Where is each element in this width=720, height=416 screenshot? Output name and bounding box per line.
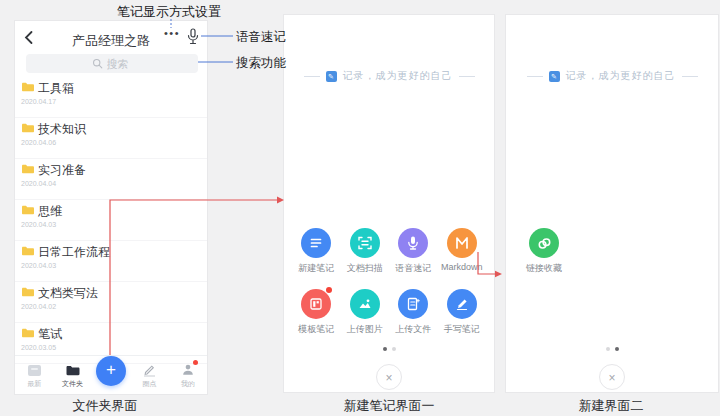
action-markdown[interactable]: Markdown	[439, 228, 485, 275]
folder-date: 2020.04.17	[21, 98, 56, 105]
tagline-text: 记录，成为更好的自己	[343, 69, 453, 83]
folder-name: 工具箱	[38, 80, 74, 97]
folder-list-item[interactable]: 文档类写法 2020.04.02	[15, 282, 207, 323]
page-dot	[392, 347, 396, 351]
action-upload-image[interactable]: 上传图片	[342, 289, 388, 336]
tagline-dash	[459, 76, 475, 77]
folder-date: 2020.04.03	[21, 221, 56, 228]
tab-folders[interactable]: 文件夹	[53, 362, 91, 389]
action-grid-row-1: 新建笔记 文档扫描 语音速记 Markdown	[292, 228, 486, 275]
folder-list-item[interactable]: 思维 2020.04.03	[15, 200, 207, 241]
close-button[interactable]: ×	[599, 364, 625, 390]
folder-name: 技术知识	[38, 121, 86, 138]
new-badge-dot	[326, 287, 332, 293]
tab-annotate-label: 圈点	[142, 379, 156, 389]
folder-name: 实习准备	[38, 162, 86, 179]
scan-icon[interactable]	[350, 228, 380, 258]
annotation-note-display-settings: 笔记显示方式设置	[117, 3, 221, 21]
action-new-note[interactable]: 新建笔记	[293, 228, 339, 275]
action-doc-scan[interactable]: 文档扫描	[342, 228, 388, 275]
new-note-screen-2-panel: ✎ 记录，成为更好的自己 链接收藏 ×	[505, 14, 719, 393]
microphone-icon[interactable]	[398, 228, 428, 258]
action-link-collect[interactable]: 链接收藏	[521, 228, 567, 275]
new-note-screen-1-panel: ✎ 记录，成为更好的自己 新建笔记 文档扫描 语音速记	[283, 14, 495, 393]
folder-list: 工具箱 2020.04.17 技术知识 2020.04.06 实习准备 2020…	[15, 77, 207, 364]
tab-latest-label: 最新	[27, 379, 41, 389]
plus-button[interactable]: +	[96, 356, 126, 386]
file-icon[interactable]	[398, 289, 428, 319]
action-voice-note[interactable]: 语音速记	[390, 228, 436, 275]
red-arrowhead-2	[495, 271, 502, 277]
folder-icon	[21, 245, 35, 257]
folder-list-item[interactable]: 技术知识 2020.04.06	[15, 118, 207, 159]
folder-date: 2020.03.05	[21, 344, 56, 351]
folder-icon	[21, 286, 35, 298]
folder-screen-panel: 产品经理之路 ••• 工具箱 2020.04.17 技术知识	[14, 20, 208, 395]
action-label: 语音速记	[395, 262, 431, 275]
action-label: 模板笔记	[298, 323, 334, 336]
page-dot-active	[615, 347, 619, 351]
note-lines-icon[interactable]	[301, 228, 331, 258]
tab-mine[interactable]: 我的	[169, 362, 207, 389]
template-icon[interactable]	[301, 289, 331, 319]
folder-list-item[interactable]: 日常工作流程 2020.04.03	[15, 241, 207, 282]
folder-name: 文档类写法	[38, 285, 98, 302]
page-dot	[606, 347, 610, 351]
folder-name: 思维	[38, 203, 62, 220]
pen-icon	[142, 362, 157, 377]
note-logo-icon: ✎	[549, 71, 560, 82]
action-label: Markdown	[441, 262, 483, 272]
annotation-search-function: 搜索功能	[236, 55, 286, 72]
note-logo-icon: ✎	[326, 71, 337, 82]
folder-date: 2020.04.03	[21, 262, 56, 269]
search-bar[interactable]	[26, 54, 198, 73]
tab-add-note[interactable]: +	[92, 364, 130, 386]
close-button[interactable]: ×	[376, 364, 402, 390]
latest-icon	[27, 362, 42, 377]
tab-folders-label: 文件夹	[62, 379, 83, 389]
caption-new-note-screen-1: 新建笔记界面一	[314, 397, 464, 415]
bottom-tab-bar: 最新 文件夹 + 圈点 我的	[15, 355, 207, 394]
microphone-icon[interactable]	[187, 28, 199, 49]
action-upload-file[interactable]: 上传文件	[390, 289, 436, 336]
folder-icon	[21, 122, 35, 134]
image-icon[interactable]	[350, 289, 380, 319]
folder-name: 笔试	[38, 326, 62, 343]
folder-list-item[interactable]: 实习准备 2020.04.04	[15, 159, 207, 200]
action-label: 上传图片	[347, 323, 383, 336]
folder-icon	[21, 204, 35, 216]
pagination-dots	[284, 347, 494, 351]
folder-date: 2020.04.04	[21, 180, 56, 187]
search-input[interactable]	[107, 58, 133, 70]
caption-folder-screen: 文件夹界面	[45, 397, 165, 415]
action-handwriting-note[interactable]: 手写笔记	[439, 289, 485, 336]
action-template-note[interactable]: 模板笔记	[293, 289, 339, 336]
folder-date: 2020.04.02	[21, 303, 56, 310]
annotation-voice-shorthand: 语音速记	[236, 29, 286, 46]
folder-list-item[interactable]: 工具箱 2020.04.17	[15, 77, 207, 118]
action-label: 文档扫描	[347, 262, 383, 275]
link-icon[interactable]	[529, 228, 559, 258]
folder-name: 日常工作流程	[38, 244, 110, 261]
more-options-icon[interactable]: •••	[164, 27, 180, 39]
tagline-dash	[527, 76, 543, 77]
action-grid-row-2: 模板笔记 上传图片 上传文件 手写笔记	[292, 289, 486, 336]
tab-mine-label: 我的	[181, 379, 195, 389]
tab-annotate[interactable]: 圈点	[130, 362, 168, 389]
person-icon	[181, 362, 195, 377]
tab-latest[interactable]: 最新	[15, 362, 53, 389]
folder-date: 2020.04.06	[21, 139, 56, 146]
markdown-m-icon[interactable]	[447, 228, 477, 258]
pagination-dots	[506, 347, 718, 351]
folder-dark-icon	[65, 362, 81, 377]
notification-dot	[193, 360, 198, 365]
page-dot-active	[383, 347, 387, 351]
tagline-text: 记录，成为更好的自己	[566, 69, 676, 83]
action-label: 链接收藏	[526, 262, 562, 275]
folder-icon	[21, 327, 35, 339]
spec-page: 笔记显示方式设置 语音速记 搜索功能 产品经理之路 ••• 工具箱	[0, 0, 720, 416]
folder-icon	[21, 163, 35, 175]
search-icon	[92, 58, 103, 69]
pencil-icon[interactable]	[447, 289, 477, 319]
caption-new-note-screen-2: 新建界面二	[551, 397, 671, 415]
